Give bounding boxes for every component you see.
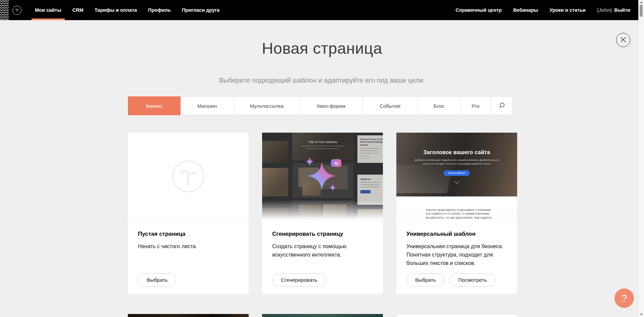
tilda-new-page-screen: Мои сайты CRM Тарифы и оплата Профиль Пр… <box>0 0 644 317</box>
tab-multilink[interactable]: Мультиссылка <box>234 96 300 115</box>
mini-button <box>360 190 370 193</box>
nav-item-profile[interactable]: Профиль <box>148 0 171 20</box>
page-title: Новая страница <box>0 39 644 57</box>
tab-search[interactable] <box>491 96 512 115</box>
nav-item-help-center[interactable]: Справочный центр <box>456 0 502 20</box>
page-subtitle: Выберите подходящий шаблон и адаптируйте… <box>0 77 644 84</box>
nav-item-my-sites[interactable]: Мои сайты <box>35 0 61 20</box>
tab-label: Блог <box>434 103 444 109</box>
collage-photo-tile <box>262 141 288 163</box>
collage-about-tile: About us <box>357 175 383 205</box>
nav-left-menu: Мои сайты CRM Тарифы и оплата Профиль Пр… <box>35 0 219 20</box>
card-blank-page: Пустая страница Начать с чистого листа. … <box>128 133 249 294</box>
photo <box>323 205 347 220</box>
collage-photo-tile <box>262 168 288 196</box>
skeleton-line <box>360 150 378 151</box>
card-buttons: Выбрать Посмотреть <box>406 273 496 286</box>
nav-item-label: Вебинары <box>513 7 538 13</box>
card-title: Универсальный шаблон <box>406 231 507 237</box>
ai-badge: AI <box>331 159 341 167</box>
card-description: Создать страницу с помощью искусственног… <box>272 242 373 259</box>
nav-item-tariffs[interactable]: Тарифы и оплата <box>95 0 137 20</box>
skeleton-line <box>360 148 380 149</box>
nav-item-label: Мои сайты <box>35 7 61 13</box>
collage-photo-tile <box>357 209 383 220</box>
card-buttons: Выбрать <box>138 273 176 286</box>
template-hero-subtitle: Добавьте интересные подробности о вашей … <box>413 158 501 166</box>
scrollbar-thumb[interactable] <box>640 5 643 17</box>
skeleton-line <box>360 187 380 187</box>
help-button[interactable]: ? <box>614 288 634 308</box>
tab-pro[interactable]: Pro <box>460 96 491 115</box>
photo <box>299 205 321 220</box>
tab-event[interactable]: Событие <box>362 96 418 115</box>
template-hero-title: Заголовок вашего сайта <box>396 133 517 155</box>
collage-hero-tile: Title of Your Website <box>292 133 353 161</box>
skeleton-line <box>307 148 339 149</box>
nav-item-logout[interactable]: (John)Выйти <box>597 0 630 20</box>
skeleton-line <box>360 153 379 153</box>
template-body-text: Коротко представьтесь и расскажите о ком… <box>426 208 493 220</box>
view-button[interactable]: Посмотреть <box>449 273 495 286</box>
card-buttons: Сгенерировать <box>272 273 326 286</box>
scrollbar[interactable] <box>638 0 644 317</box>
tilda-logo-icon[interactable] <box>12 6 21 15</box>
tab-label: Событие <box>380 103 400 109</box>
zigzag-pattern-icon <box>0 0 9 20</box>
nav-item-label: Справочный центр <box>456 7 502 13</box>
collage-text-tile: Get your house in order with a smart cle… <box>357 135 383 163</box>
card-body: Универсальный шаблон Универсальная стран… <box>396 220 517 267</box>
template-cta-button: Целевое действие <box>444 170 470 176</box>
scrollbar-down-arrow-icon[interactable] <box>640 314 643 316</box>
card-body: Пустая страница Начать с чистого листа. <box>128 220 249 251</box>
tilda-watermark-icon <box>172 160 204 194</box>
nav-item-label: Пригласи друга <box>182 7 219 13</box>
ai-sparkle-small-icon <box>329 184 337 191</box>
blank-page-preview <box>128 133 249 220</box>
logout-label: Выйти <box>614 7 630 13</box>
card-description: Универсальная страница для бизнеса. Поня… <box>406 242 507 267</box>
generate-button[interactable]: Сгенерировать <box>272 273 326 286</box>
tab-label: Мультиссылка <box>250 103 284 109</box>
template-card-partial[interactable] <box>262 314 383 317</box>
skeleton-line <box>301 146 344 146</box>
choose-button[interactable]: Выбрать <box>138 273 176 286</box>
card-body: Сгенерировать страницу Создать страницу … <box>262 220 383 259</box>
tab-business[interactable]: Бизнес <box>128 96 181 115</box>
tab-label: Бизнес <box>146 103 162 109</box>
choose-button[interactable]: Выбрать <box>406 273 445 286</box>
chevron-down-icon <box>454 181 459 184</box>
skeleton-line <box>360 184 379 185</box>
template-body-section: Коротко представьтесь и расскажите о ком… <box>396 208 517 220</box>
top-nav: Мои сайты CRM Тарифы и оплата Профиль Пр… <box>0 0 638 20</box>
collage-photos-tile <box>292 200 353 220</box>
nav-item-label: Уроки и статьи <box>549 7 585 13</box>
universal-template-preview[interactable]: Заголовок вашего сайта Добавьте интересн… <box>396 133 517 220</box>
tab-label: Квиз-форма <box>317 103 346 109</box>
nav-item-label: Тарифы и оплата <box>95 7 137 13</box>
tab-label: Pro <box>472 103 479 109</box>
nav-item-label: CRM <box>72 7 84 13</box>
question-icon: ? <box>622 292 627 304</box>
template-card-partial[interactable] <box>396 314 517 317</box>
template-cards-row: Пустая страница Начать с чистого листа. … <box>128 133 517 294</box>
template-cards-row-2 <box>128 314 517 317</box>
nav-item-label: Профиль <box>148 7 171 13</box>
nav-item-webinars[interactable]: Вебинары <box>513 0 538 20</box>
nav-item-crm[interactable]: CRM <box>72 0 84 20</box>
tile-title: About us <box>360 178 383 180</box>
template-card-partial[interactable] <box>128 314 249 317</box>
card-title: Сгенерировать страницу <box>272 231 373 237</box>
tab-quiz-form[interactable]: Квиз-форма <box>300 96 363 115</box>
nav-item-lessons[interactable]: Уроки и статьи <box>549 0 585 20</box>
collage-hero-title: Title of Your Website <box>292 133 353 144</box>
nav-item-invite-friend[interactable]: Пригласи друга <box>182 0 219 20</box>
card-ai-generate: Title of Your Website Get your house in … <box>262 133 383 294</box>
card-title: Пустая страница <box>138 231 239 237</box>
search-icon <box>498 102 505 110</box>
card-description: Начать с чистого листа. <box>138 242 239 251</box>
tab-blog[interactable]: Блог <box>417 96 460 115</box>
scrollbar-up-arrow-icon[interactable] <box>640 1 643 3</box>
tab-store[interactable]: Магазин <box>180 96 234 115</box>
ai-generate-preview[interactable]: Title of Your Website Get your house in … <box>262 133 383 220</box>
